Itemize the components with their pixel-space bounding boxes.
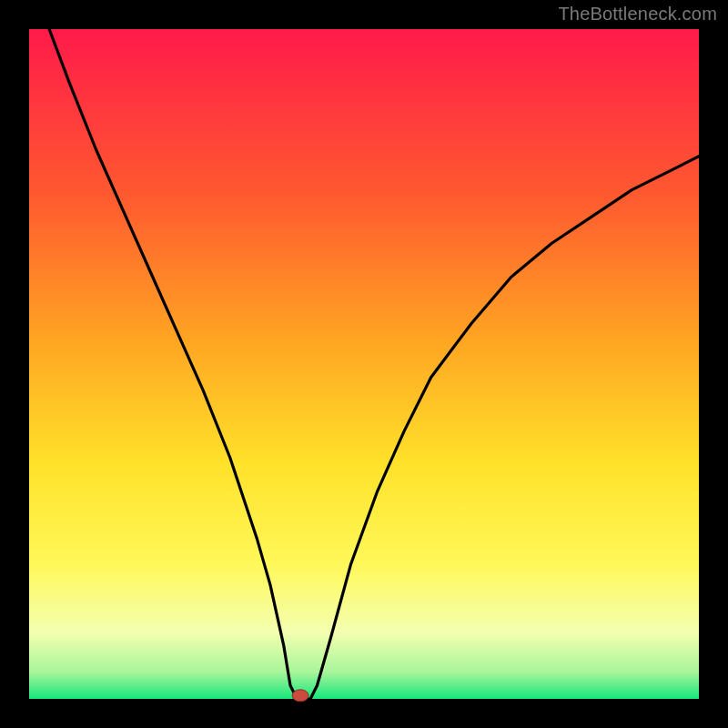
optimal-point-marker [292,690,308,702]
bottleneck-chart [0,0,728,728]
watermark-text: TheBottleneck.com [558,4,717,25]
outer-frame: TheBottleneck.com [0,0,728,728]
plot-area [29,29,699,699]
